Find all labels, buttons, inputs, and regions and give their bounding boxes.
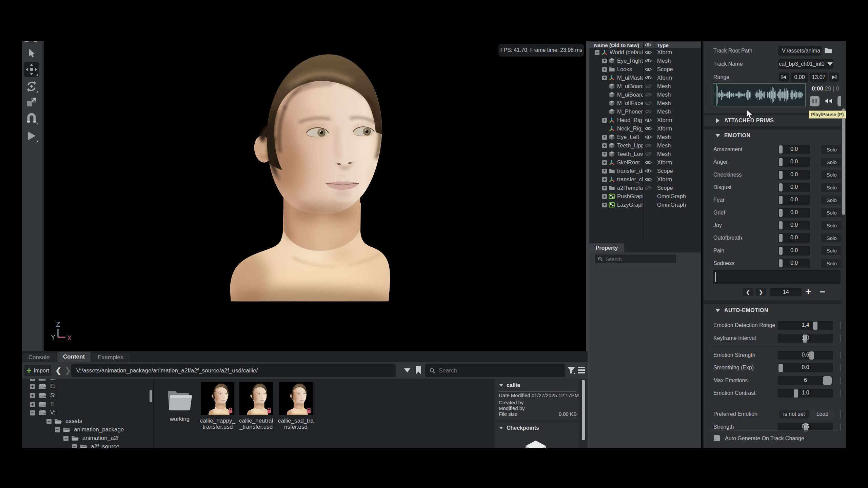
stage-tree-row[interactable]: Looks Scope: [589, 65, 701, 74]
tree-expander[interactable]: [30, 402, 35, 407]
rotate-tool-button[interactable]: [24, 79, 39, 94]
tree-expander[interactable]: [30, 379, 35, 381]
tab-content[interactable]: Content: [57, 352, 91, 362]
solo-button[interactable]: Solo: [821, 233, 842, 242]
audio-waveform[interactable]: [713, 83, 806, 106]
tree-row[interactable]: S:: [22, 391, 56, 400]
tree-scrollbar[interactable]: [150, 390, 152, 402]
solo-button[interactable]: Solo: [821, 196, 842, 204]
range-start-value[interactable]: 0.00: [791, 73, 808, 82]
stage-tree-row[interactable]: World (default Xform: [589, 48, 701, 57]
collapse-icon[interactable]: [499, 384, 503, 387]
tab-property[interactable]: Property: [589, 243, 624, 252]
solo-button[interactable]: Solo: [821, 170, 842, 179]
stage-expander[interactable]: [602, 59, 607, 63]
setting-slider[interactable]: 0.6: [778, 351, 833, 360]
tree-row[interactable]: animation_package: [22, 425, 124, 434]
add-keyframe-button[interactable]: +: [806, 287, 811, 297]
visibility-toggle[interactable]: [644, 177, 653, 182]
stage-tree-row[interactable]: Eye_Left Mesh: [589, 133, 701, 141]
path-dropdown-icon[interactable]: [404, 368, 410, 372]
emotion-slider[interactable]: 0.0: [778, 246, 810, 256]
visibility-toggle[interactable]: [644, 118, 653, 122]
stage-expander[interactable]: [595, 50, 599, 55]
setting-slider[interactable]: 1.0: [778, 389, 833, 398]
pause-button[interactable]: [810, 96, 820, 106]
tree-expander[interactable]: [46, 419, 52, 424]
nav-forward-button[interactable]: ❯: [65, 366, 71, 375]
track-name-dropdown[interactable]: cal_bp3_ch01_int0: [778, 59, 833, 69]
stage-expander[interactable]: [602, 203, 607, 207]
stage-expander[interactable]: [602, 186, 607, 190]
emotion-slider[interactable]: 0.0: [778, 208, 810, 218]
stage-expander[interactable]: [602, 169, 607, 174]
tree-row[interactable]: animation_a2f: [22, 434, 119, 443]
menu-icon[interactable]: [578, 367, 585, 373]
solo-button[interactable]: Solo: [821, 246, 842, 255]
tree-row[interactable]: T:: [22, 400, 55, 409]
file-item[interactable]: callie_neutral_transfer.usd: [239, 382, 273, 430]
keyframe-text-field[interactable]: [713, 270, 841, 284]
track-root-path-field[interactable]: V:/assets/anima: [778, 46, 822, 56]
emotion-slider[interactable]: 0.0: [778, 170, 810, 180]
stage-tree-row[interactable]: PushGrapl OmniGraph: [589, 192, 701, 201]
snap-tool-button[interactable]: [24, 111, 39, 126]
browse-folder-icon[interactable]: [824, 47, 832, 54]
solo-button[interactable]: Solo: [821, 158, 842, 166]
visibility-toggle[interactable]: [644, 50, 653, 55]
tab-console[interactable]: Console: [22, 353, 56, 362]
file-item[interactable]: callie_happy_transfer.usd: [200, 382, 235, 430]
stage-tree-row[interactable]: Eye_Right Mesh: [589, 57, 701, 65]
emotion-slider[interactable]: 0.0: [778, 259, 810, 268]
visibility-toggle[interactable]: [644, 84, 653, 88]
nav-back-button[interactable]: ❮: [55, 366, 61, 375]
range-end-button[interactable]: [829, 73, 839, 82]
remove-keyframe-button[interactable]: −: [820, 287, 825, 297]
stage-tree-row[interactable]: Head_Rig_ Xform: [589, 116, 701, 124]
setting-slider[interactable]: 6: [778, 376, 833, 385]
move-tool-button[interactable]: [24, 62, 39, 77]
range-end-value[interactable]: 13.07: [810, 73, 828, 82]
stage-expander[interactable]: [602, 152, 607, 157]
panel-scrollbar[interactable]: [841, 41, 846, 448]
setting-slider[interactable]: 1.4: [778, 321, 833, 330]
stage-expander[interactable]: [602, 76, 607, 80]
visibility-toggle[interactable]: [644, 169, 653, 173]
emotion-slider[interactable]: 0.0: [778, 233, 810, 243]
tree-expander[interactable]: [72, 444, 77, 448]
stage-header-name[interactable]: Name (Old to New): [594, 42, 639, 48]
stage-tree-row[interactable]: LazyGraph OmniGraph: [589, 201, 701, 209]
tree-expander[interactable]: [30, 410, 35, 415]
emotion-slider[interactable]: 0.0: [778, 195, 810, 205]
stage-tree-row[interactable]: M_uiBoard Mesh: [589, 90, 701, 99]
stage-tree-row[interactable]: Teeth_Low Mesh: [589, 150, 701, 158]
setting-slider[interactable]: 1.0: [778, 334, 833, 343]
stage-tree-row[interactable]: M_uiMaste Xform: [589, 74, 701, 82]
solo-button[interactable]: Solo: [821, 259, 842, 268]
stage-expander[interactable]: [602, 160, 607, 165]
stage-tree-row[interactable]: M_uiBoard Mesh: [589, 82, 701, 90]
solo-button[interactable]: Solo: [821, 221, 842, 230]
solo-button[interactable]: Solo: [821, 183, 842, 192]
filter-icon[interactable]: [567, 366, 576, 375]
tab-examples[interactable]: Examples: [92, 353, 130, 362]
tree-expander[interactable]: [63, 436, 68, 441]
visibility-toggle[interactable]: [644, 93, 653, 97]
preferred-emotion-value[interactable]: is not set: [779, 410, 809, 419]
stage-expander[interactable]: [602, 118, 607, 123]
visibility-toggle[interactable]: [644, 101, 653, 105]
visibility-toggle[interactable]: [644, 160, 653, 165]
3d-viewport[interactable]: FPS: 41.70, Frame time: 23.98 ms Z Y X: [44, 41, 586, 351]
select-tool-button[interactable]: [24, 46, 39, 61]
stage-expander[interactable]: [602, 177, 607, 182]
load-button[interactable]: Load: [810, 410, 834, 419]
details-scrollbar[interactable]: [582, 380, 585, 440]
stage-tree-row[interactable]: M_offFace Mesh: [589, 99, 701, 107]
file-item[interactable]: working: [164, 382, 195, 422]
tree-row[interactable]: E:: [22, 382, 56, 391]
emotion-slider[interactable]: 0.0: [778, 221, 810, 230]
property-search-input[interactable]: Search: [595, 255, 676, 263]
expanded-arrow-icon[interactable]: [715, 134, 720, 137]
stage-expander[interactable]: [602, 135, 607, 140]
stage-tree-row[interactable]: a2fTempla Scope: [589, 184, 701, 192]
